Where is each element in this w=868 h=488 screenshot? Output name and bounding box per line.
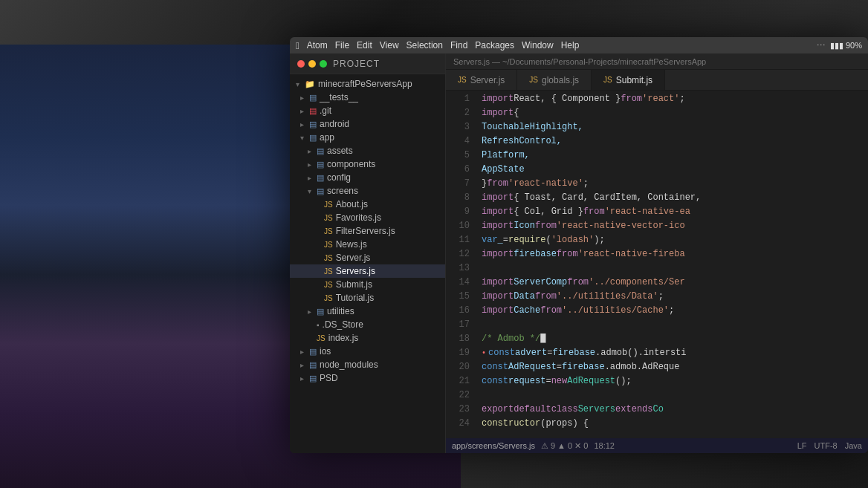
code-line-19: •const advert = firebase.admob().interst… — [482, 346, 868, 360]
code-line-24: constructor(props) { — [482, 417, 868, 431]
code-line-22 — [482, 388, 868, 403]
line-number-18: 18 — [446, 332, 470, 346]
traffic-lights — [297, 60, 327, 68]
sidebar-item-News-js[interactable]: JSNews.js — [290, 238, 445, 251]
code-line-6: AppState — [482, 163, 868, 177]
line-number-9: 9 — [446, 205, 470, 219]
sidebar-header: Project — [290, 53, 445, 74]
sidebar-item-config[interactable]: ▸▤config — [290, 171, 445, 184]
macos-menubar:  Atom File Edit View Selection Find Pac… — [290, 37, 868, 53]
line-numbers: 123456789101112131415161718192021222324 — [446, 91, 476, 438]
sidebar-item-utilities[interactable]: ▸▤utilities — [290, 305, 445, 318]
menu-atom[interactable]: Atom — [307, 40, 328, 51]
sidebar-item-Tutorial-js[interactable]: JSTutorial.js — [290, 291, 445, 305]
line-number-13: 13 — [446, 261, 470, 276]
file-tree: ▾📁minecraftPeServersApp▸▤__tests__▸▤.git… — [290, 74, 445, 453]
tab-Server-js[interactable]: JS Server.js — [446, 70, 517, 91]
code-line-17 — [482, 318, 868, 332]
line-number-24: 24 — [446, 417, 470, 431]
menu-window[interactable]: Window — [522, 40, 554, 51]
sidebar-item-index-js[interactable]: JSindex.js — [290, 331, 445, 345]
line-number-5: 5 — [446, 149, 470, 163]
sidebar-item-Favorites-js[interactable]: JSFavorites.js — [290, 211, 445, 224]
status-language: Java — [845, 441, 862, 450]
tab-globals-js[interactable]: JS globals.js — [517, 70, 592, 91]
line-number-20: 20 — [446, 360, 470, 374]
line-number-14: 14 — [446, 276, 470, 290]
maximize-button[interactable] — [320, 60, 327, 68]
sidebar-item-components[interactable]: ▸▤components — [290, 157, 445, 171]
line-number-2: 2 — [446, 106, 470, 120]
sidebar-item--DS_Store[interactable]: ▪.DS_Store — [290, 318, 445, 331]
menu-view[interactable]: View — [380, 40, 399, 51]
status-right: LF UTF-8 Java — [797, 441, 862, 450]
line-number-12: 12 — [446, 247, 470, 261]
minimize-button[interactable] — [308, 60, 316, 68]
code-line-13 — [482, 261, 868, 276]
menu-edit[interactable]: Edit — [357, 40, 372, 51]
menu-selection[interactable]: Selection — [407, 40, 443, 51]
editor-title-text: Servers.js — ~/Documents/Personal-Projec… — [453, 57, 706, 66]
code-line-20: const AdRequest = firebase.admob.AdReque — [482, 360, 868, 374]
status-encoding: LF — [797, 441, 807, 450]
code-line-14: import ServerComp from '../components/Se… — [482, 276, 868, 290]
sidebar-item-About-js[interactable]: JSAbout.js — [290, 198, 445, 211]
sidebar-item-Submit-js[interactable]: JSSubmit.js — [290, 278, 445, 291]
project-label: Project — [333, 59, 380, 69]
status-position: 18:12 — [594, 441, 615, 450]
close-button[interactable] — [297, 60, 305, 68]
menu-packages[interactable]: Packages — [475, 40, 514, 51]
apple-logo-icon:  — [296, 40, 299, 51]
line-number-15: 15 — [446, 290, 470, 304]
line-number-7: 7 — [446, 177, 470, 191]
line-number-1: 1 — [446, 92, 470, 106]
sidebar-item-Servers-js[interactable]: JSServers.js — [290, 264, 445, 278]
menubar-right: ⋅⋅⋅ ▮▮▮ 90% — [817, 41, 862, 51]
laptop-screen:  Atom File Edit View Selection Find Pac… — [290, 37, 868, 453]
tab-Submit-js[interactable]: JS Submit.js — [592, 70, 665, 91]
line-number-17: 17 — [446, 318, 470, 332]
line-number-10: 10 — [446, 219, 470, 233]
line-number-22: 22 — [446, 388, 470, 403]
code-line-3: TouchableHighlight, — [482, 120, 868, 134]
line-number-6: 6 — [446, 163, 470, 177]
sidebar-item-Server-js[interactable]: JSServer.js — [290, 251, 445, 264]
code-content[interactable]: import React, { Component } from 'react'… — [476, 91, 868, 438]
menubar-left:  Atom File Edit View Selection Find Pac… — [296, 40, 579, 51]
code-area[interactable]: 123456789101112131415161718192021222324 … — [446, 91, 868, 438]
tab-bar: JS Server.jsJS globals.jsJS Submit.js — [446, 70, 868, 91]
sidebar-item-app[interactable]: ▾▤app — [290, 131, 445, 144]
sidebar-root[interactable]: ▾📁minecraftPeServersApp — [290, 77, 445, 91]
code-line-12: import firebase from 'react-native-fireb… — [482, 247, 868, 261]
sidebar-item-assets[interactable]: ▸▤assets — [290, 144, 445, 157]
sidebar-item-ios[interactable]: ▸▤ios — [290, 345, 445, 358]
code-line-4: RefreshControl, — [482, 134, 868, 149]
code-line-16: import Cache from '../utilities/Cache'; — [482, 304, 868, 318]
menu-file[interactable]: File — [335, 40, 349, 51]
battery-icon: ▮▮▮ 90% — [830, 41, 862, 51]
status-charset: UTF-8 — [814, 441, 838, 450]
sidebar-item-__tests__[interactable]: ▸▤__tests__ — [290, 91, 445, 104]
sidebar-item-screens[interactable]: ▾▤screens — [290, 184, 445, 198]
code-line-15: import Data from '../utilities/Data'; — [482, 290, 868, 304]
status-left: app/screens/Servers.js ⚠ 9 ▲ 0 ✕ 0 18:12 — [452, 441, 615, 451]
sidebar-item-node_modules[interactable]: ▸▤node_modules — [290, 358, 445, 371]
line-number-4: 4 — [446, 134, 470, 149]
line-number-23: 23 — [446, 403, 470, 417]
menu-help[interactable]: Help — [561, 40, 580, 51]
code-line-11: var _ = require('lodash'); — [482, 233, 868, 247]
line-number-8: 8 — [446, 191, 470, 205]
sidebar-panel: Project ▾📁minecraftPeServersApp▸▤__tests… — [290, 53, 446, 453]
sidebar-item--git[interactable]: ▸▤.git — [290, 104, 445, 117]
sidebar-item-PSD[interactable]: ▸▤PSD — [290, 371, 445, 385]
line-number-21: 21 — [446, 374, 470, 388]
menu-find[interactable]: Find — [450, 40, 467, 51]
sidebar-item-android[interactable]: ▸▤android — [290, 117, 445, 131]
code-line-10: import Icon from 'react-native-vector-ic… — [482, 219, 868, 233]
status-warnings: ⚠ 9 ▲ 0 ✕ 0 — [541, 441, 589, 451]
code-line-23: export default class Servers extends Co — [482, 403, 868, 417]
editor-titlebar: Servers.js — ~/Documents/Personal-Projec… — [446, 53, 868, 70]
status-filename: app/screens/Servers.js — [452, 441, 535, 450]
line-number-3: 3 — [446, 120, 470, 134]
sidebar-item-FilterServers-js[interactable]: JSFilterServers.js — [290, 224, 445, 238]
